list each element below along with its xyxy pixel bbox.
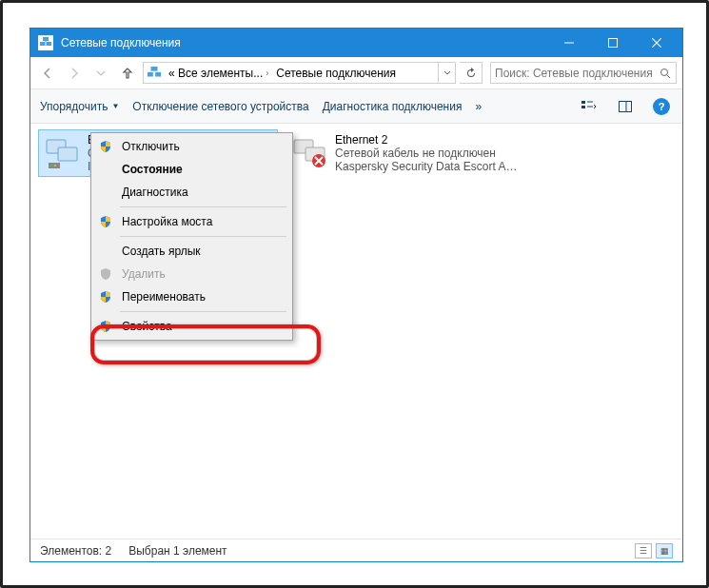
context-menu-label: Отключить (122, 140, 180, 153)
forward-button[interactable] (63, 62, 86, 85)
disable-device-button[interactable]: Отключение сетевого устройства (132, 100, 308, 113)
organize-menu[interactable]: Упорядочить▼ (40, 100, 119, 113)
shield-icon (97, 140, 114, 153)
breadcrumb-path[interactable]: « Все элементы...› Сетевые подключения (143, 62, 456, 84)
svg-line-12 (667, 75, 670, 78)
chevron-right-icon: › (266, 69, 268, 78)
connection-name: Ethernet 2 (335, 133, 522, 147)
svg-rect-23 (54, 165, 56, 167)
titlebar: Сетевые подключения (30, 29, 682, 57)
context-menu-label: Создать ярлык (122, 245, 201, 258)
context-menu-item[interactable]: Отключить (93, 135, 290, 158)
context-menu-item[interactable]: Состояние (93, 158, 290, 181)
details-view-button[interactable]: ☰ (635, 543, 652, 559)
up-button[interactable] (116, 62, 139, 85)
svg-rect-5 (609, 39, 618, 48)
svg-rect-10 (151, 67, 158, 71)
context-menu-label: Диагностика (122, 186, 188, 199)
minimize-button[interactable] (547, 29, 591, 57)
svg-rect-14 (581, 106, 585, 108)
svg-rect-13 (581, 101, 585, 104)
context-menu-label: Состояние (122, 163, 183, 176)
svg-rect-0 (40, 42, 45, 46)
context-menu: ОтключитьСостояниеДиагностикаНастройка м… (90, 132, 293, 341)
refresh-button[interactable] (460, 62, 483, 84)
svg-rect-1 (47, 42, 51, 46)
connection-device: Kaspersky Security Data Escort Ad... (335, 160, 522, 173)
help-button[interactable]: ? (650, 95, 673, 118)
svg-rect-17 (620, 101, 632, 111)
maximize-button[interactable] (591, 29, 635, 57)
breadcrumb-seg-1[interactable]: « Все элементы...› (165, 63, 272, 83)
svg-rect-20 (58, 147, 77, 161)
diagnose-connection-button[interactable]: Диагностика подключения (323, 100, 463, 113)
back-button[interactable] (36, 62, 59, 85)
view-options-button[interactable] (578, 95, 601, 118)
window-title: Сетевые подключения (61, 36, 547, 49)
address-bar: « Все элементы...› Сетевые подключения (30, 57, 682, 89)
selection-count: Выбран 1 элемент (128, 544, 226, 558)
breadcrumb-seg-2[interactable]: Сетевые подключения (272, 63, 400, 83)
path-dropdown[interactable] (438, 63, 455, 83)
network-adapter-icon (42, 133, 82, 173)
search-input[interactable] (495, 67, 660, 80)
context-menu-item[interactable]: Диагностика (93, 181, 290, 204)
context-menu-item[interactable]: Создать ярлык (93, 240, 290, 263)
shield-icon (97, 267, 114, 281)
tiles-view-button[interactable]: ▦ (656, 543, 673, 559)
svg-rect-22 (50, 165, 52, 167)
context-menu-item: Удалить (93, 263, 290, 285)
item-count: Элементов: 2 (40, 544, 111, 558)
svg-rect-8 (148, 71, 153, 76)
search-icon[interactable] (660, 68, 672, 79)
breadcrumb-icon[interactable] (144, 63, 165, 83)
connection-status: Сетевой кабель не подключен (335, 147, 522, 160)
close-button[interactable] (635, 29, 679, 57)
recent-dropdown[interactable] (89, 62, 112, 85)
context-menu-item[interactable]: Настройка моста (93, 210, 290, 233)
help-icon: ? (653, 98, 670, 115)
shield-icon (97, 320, 114, 333)
more-commands[interactable]: » (475, 100, 482, 113)
context-menu-separator (120, 236, 286, 237)
search-field[interactable] (490, 62, 677, 84)
connection-item-ethernet-2[interactable]: Ethernet 2 Сетевой кабель не подключен K… (286, 129, 525, 177)
svg-point-11 (660, 69, 667, 75)
command-bar: Упорядочить▼ Отключение сетевого устройс… (30, 89, 682, 124)
window-icon (38, 35, 53, 50)
preview-pane-button[interactable] (614, 95, 637, 118)
context-menu-item[interactable]: Свойства (93, 315, 290, 338)
context-menu-label: Переименовать (122, 290, 206, 304)
svg-rect-9 (155, 71, 161, 76)
status-bar: Элементов: 2 Выбран 1 элемент ☰ ▦ (30, 539, 682, 561)
chevron-down-icon: ▼ (111, 102, 119, 110)
context-menu-label: Свойства (122, 320, 172, 333)
context-menu-separator (120, 206, 286, 207)
context-menu-separator (120, 311, 286, 312)
shield-icon (97, 215, 114, 228)
shield-icon (97, 290, 114, 304)
network-adapter-icon (289, 133, 329, 173)
context-menu-label: Удалить (122, 267, 166, 281)
svg-rect-2 (43, 37, 49, 41)
context-menu-label: Настройка моста (122, 215, 212, 228)
context-menu-item[interactable]: Переименовать (93, 285, 290, 308)
